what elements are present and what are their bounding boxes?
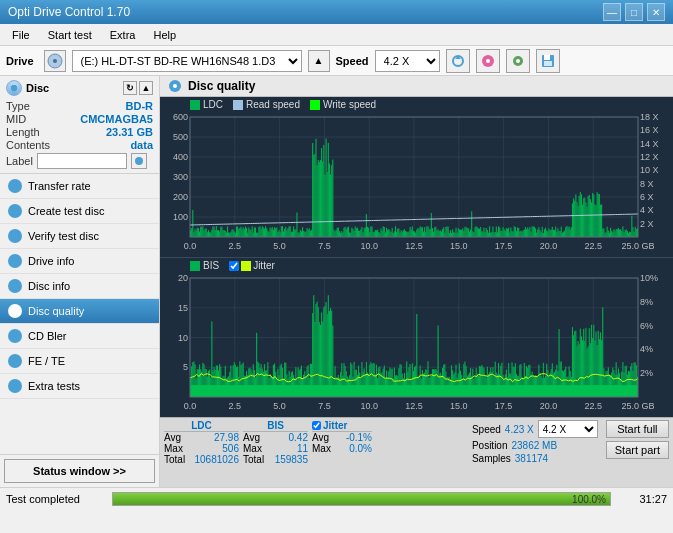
jitter-avg-label: Avg <box>312 432 329 443</box>
sidebar-item-disc-info[interactable]: Disc info <box>0 274 159 299</box>
disc-refresh-icon[interactable]: ↻ <box>123 81 137 95</box>
content-area: Disc quality LDC Read speed Write speed <box>160 76 673 487</box>
ldc-chart-canvas <box>160 97 673 257</box>
menu-start-test[interactable]: Start test <box>40 27 100 43</box>
bis-chart-canvas <box>160 258 673 417</box>
disc-color-icon[interactable] <box>476 49 500 73</box>
title-bar: Opti Drive Control 1.70 — □ ✕ <box>0 0 673 24</box>
drive-icon-btn[interactable] <box>44 50 66 72</box>
disc-type-label: Type <box>6 100 30 112</box>
menu-bar: File Start test Extra Help <box>0 24 673 46</box>
position-row: Position 23862 MB <box>472 440 598 451</box>
write-speed-legend-label: Write speed <box>323 99 376 110</box>
jitter-max-val: 0.0% <box>349 443 372 454</box>
drive-select[interactable]: (E:) HL-DT-ST BD-RE WH16NS48 1.D3 <box>72 50 302 72</box>
save-icon[interactable] <box>536 49 560 73</box>
action-buttons: Start full Start part <box>606 420 669 459</box>
disc-eject-icon[interactable]: ▲ <box>139 81 153 95</box>
sidebar-label-cd-bler: CD Bler <box>28 330 67 342</box>
create-test-disc-icon <box>8 204 22 218</box>
disc-title: Disc <box>26 82 49 94</box>
speed-row: Speed 4.23 X 4.2 X <box>472 420 598 438</box>
disc-mid-row: MID CMCMAGBA5 <box>6 113 153 125</box>
sidebar-item-verify-test-disc[interactable]: Verify test disc <box>0 224 159 249</box>
jitter-stats-checkbox[interactable] <box>312 421 321 430</box>
bis-total-val: 159835 <box>275 454 308 465</box>
menu-file[interactable]: File <box>4 27 38 43</box>
sidebar-label-disc-quality: Disc quality <box>28 305 84 317</box>
sidebar-label-disc-info: Disc info <box>28 280 70 292</box>
bis-stats-header: BIS <box>243 420 308 432</box>
sidebar-item-transfer-rate[interactable]: Transfer rate <box>0 174 159 199</box>
svg-point-7 <box>516 59 520 63</box>
speed-select[interactable]: 4.2 X <box>375 50 440 72</box>
read-speed-legend-label: Read speed <box>246 99 300 110</box>
disc-label-row: Label <box>6 153 153 169</box>
ldc-total-label: Total <box>164 454 185 465</box>
sidebar-item-extra-tests[interactable]: Extra tests <box>0 374 159 399</box>
sidebar-item-fe-te[interactable]: FE / TE <box>0 349 159 374</box>
sidebar-label-transfer-rate: Transfer rate <box>28 180 91 192</box>
bis-total-row: Total 159835 <box>243 454 308 465</box>
ldc-avg-row: Avg 27.98 <box>164 432 239 443</box>
ldc-chart: LDC Read speed Write speed <box>160 97 673 258</box>
jitter-max-row: Max 0.0% <box>312 443 372 454</box>
disc-label-label: Label <box>6 155 33 167</box>
disc-mid-label: MID <box>6 113 26 125</box>
samples-val: 381174 <box>515 453 548 464</box>
status-window-button[interactable]: Status window >> <box>4 459 155 483</box>
bis-avg-label: Avg <box>243 432 260 443</box>
disc-quality-icon <box>8 304 22 318</box>
settings-icon[interactable] <box>506 49 530 73</box>
status-bar: Test completed 100.0% 31:27 <box>0 487 673 509</box>
refresh-icon[interactable] <box>446 49 470 73</box>
start-part-button[interactable]: Start part <box>606 441 669 459</box>
jitter-stats-column: Jitter Avg -0.1% Max 0.0% <box>312 420 372 454</box>
ldc-stats-header: LDC <box>164 420 239 432</box>
disc-label-input[interactable] <box>37 153 127 169</box>
read-speed-legend: Read speed <box>233 99 300 110</box>
cd-bler-icon <box>8 329 22 343</box>
disc-length-label: Length <box>6 126 40 138</box>
jitter-checkbox[interactable] <box>229 261 239 271</box>
speed-val: 4.23 X <box>505 424 534 435</box>
menu-extra[interactable]: Extra <box>102 27 144 43</box>
jitter-checkbox-area[interactable]: Jitter <box>229 260 275 271</box>
drive-label: Drive <box>6 55 34 67</box>
menu-help[interactable]: Help <box>145 27 184 43</box>
verify-test-disc-icon <box>8 229 22 243</box>
svg-rect-9 <box>544 55 550 60</box>
label-edit-icon[interactable] <box>131 153 147 169</box>
sidebar-item-disc-quality[interactable]: Disc quality <box>0 299 159 324</box>
write-speed-legend-color <box>310 100 320 110</box>
status-window-label: Status window >> <box>33 465 126 477</box>
extra-tests-icon <box>8 379 22 393</box>
bis-legend-label: BIS <box>203 260 219 271</box>
disc-quality-title: Disc quality <box>188 79 255 93</box>
nav-list: Transfer rate Create test disc Verify te… <box>0 174 159 399</box>
disc-panel: Disc ↻ ▲ Type BD-R MID CMCMAGBA5 Length … <box>0 76 159 174</box>
bis-legend-color <box>190 261 200 271</box>
ldc-legend-color <box>190 100 200 110</box>
sidebar-item-cd-bler[interactable]: CD Bler <box>0 324 159 349</box>
progress-text: 100.0% <box>572 493 606 507</box>
sidebar-item-drive-info[interactable]: Drive info <box>0 249 159 274</box>
close-button[interactable]: ✕ <box>647 3 665 21</box>
maximize-button[interactable]: □ <box>625 3 643 21</box>
disc-length-value: 23.31 GB <box>106 126 153 138</box>
disc-length-row: Length 23.31 GB <box>6 126 153 138</box>
disc-contents-row: Contents data <box>6 139 153 151</box>
disc-quality-header-icon <box>168 79 182 93</box>
fe-te-icon <box>8 354 22 368</box>
start-full-button[interactable]: Start full <box>606 420 669 438</box>
sidebar-item-create-test-disc[interactable]: Create test disc <box>0 199 159 224</box>
drive-bar: Drive (E:) HL-DT-ST BD-RE WH16NS48 1.D3 … <box>0 46 673 76</box>
bis-jitter-chart: BIS Jitter <box>160 258 673 417</box>
ldc-avg-label: Avg <box>164 432 181 443</box>
eject-button[interactable]: ▲ <box>308 50 330 72</box>
minimize-button[interactable]: — <box>603 3 621 21</box>
samples-row: Samples 381174 <box>472 453 598 464</box>
sidebar-label-drive-info: Drive info <box>28 255 74 267</box>
ldc-max-label: Max <box>164 443 183 454</box>
chart-speed-select[interactable]: 4.2 X <box>538 420 598 438</box>
